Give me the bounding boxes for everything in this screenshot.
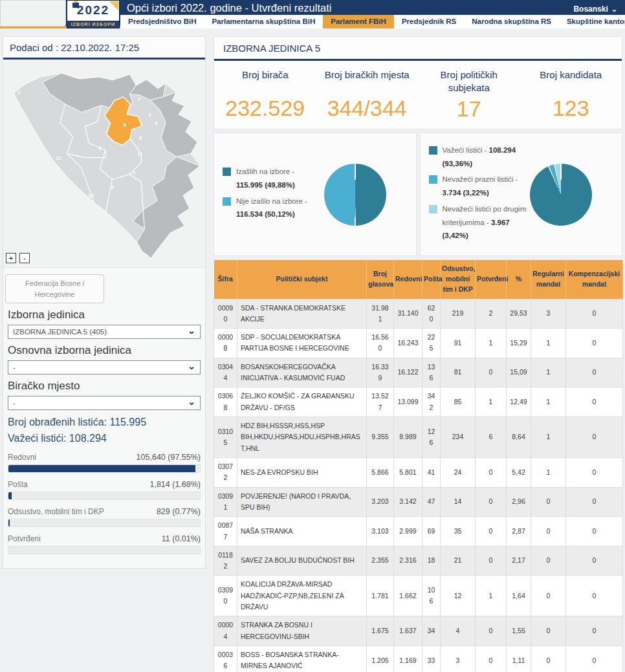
tab-narodna-skupstina-rs[interactable]: Narodna skupština RS bbox=[464, 15, 559, 28]
results-table: ŠifraPolitički subjektBroj glasovaRedovn… bbox=[214, 260, 623, 672]
cell-value: 2,96 bbox=[507, 487, 531, 517]
cell-value: 3 bbox=[531, 299, 566, 329]
language-selector[interactable]: Bosanski⌄ bbox=[573, 5, 617, 14]
select-osnovna-izborna-jedinica[interactable]: -⌄ bbox=[8, 360, 201, 374]
cell-code: 00036 bbox=[214, 646, 237, 672]
map-zoom-controls: +- bbox=[6, 252, 33, 263]
legend-label: Nevažeći prazni listići - 3.734 (3,22%) bbox=[443, 173, 529, 199]
cell-value: 1.637 bbox=[394, 616, 422, 646]
cell-value: 0 bbox=[531, 487, 566, 517]
cell-value: 1.781 bbox=[367, 576, 394, 616]
map-zoom-out-button[interactable]: - bbox=[19, 253, 30, 263]
ballot-bar-track bbox=[8, 492, 201, 500]
federation-region-button[interactable]: Federacija Bosne i Hercegovine bbox=[5, 274, 104, 303]
legend-swatch bbox=[223, 168, 231, 176]
cell-party-name: BOSS - BOSANSKA STRANKA-MIRNES AJANOVIĆ bbox=[237, 646, 367, 672]
cell-value: 0 bbox=[566, 358, 623, 387]
cell-value: 225 bbox=[422, 329, 441, 358]
cell-value: 1 bbox=[531, 417, 566, 458]
stats-row: Broj birača232.529Broj biračkih mjesta34… bbox=[214, 61, 622, 122]
cell-value: 2,87 bbox=[507, 517, 531, 547]
cell-value: 13.527 bbox=[367, 387, 394, 417]
cell-value: 219 bbox=[441, 299, 476, 329]
legend-item: Izašlih na izbore - 115.995 (49,88%) bbox=[223, 165, 323, 191]
cell-value: 1,55 bbox=[507, 616, 531, 646]
cell-value: 81 bbox=[441, 358, 476, 387]
select-biracko-mjesto[interactable]: -⌄ bbox=[8, 396, 201, 410]
cell-value: 0 bbox=[476, 646, 507, 672]
cell-value: 234 bbox=[441, 417, 476, 458]
cell-value: 1 bbox=[531, 457, 566, 487]
cell-value: 6 bbox=[476, 417, 507, 458]
cell-value: 8.989 bbox=[394, 417, 422, 458]
cell-value: 18 bbox=[422, 546, 441, 576]
cell-value: 2.999 bbox=[394, 517, 422, 547]
map-unit-label-5: 5 bbox=[123, 122, 126, 128]
cell-code: 00004 bbox=[214, 616, 237, 646]
stat-block: Broj kandidata123 bbox=[520, 69, 622, 122]
cell-value: 0 bbox=[566, 576, 623, 616]
cell-value: 0 bbox=[476, 546, 507, 576]
legend-value: 108.294 (93,36%) bbox=[443, 146, 516, 168]
cell-value: 35 bbox=[441, 517, 476, 547]
cell-value: 0 bbox=[531, 576, 566, 616]
select-izborna-jedinica[interactable]: IZBORNA JEDINICA 5 (405)⌄ bbox=[8, 325, 201, 339]
cell-value: 3.103 bbox=[367, 517, 394, 547]
page-title: Opći izbori 2022. godine - Utvrđeni rezu… bbox=[127, 2, 331, 14]
cell-value: 1 bbox=[531, 358, 566, 387]
cell-value: 0 bbox=[566, 616, 623, 646]
cell-value: 126 bbox=[422, 417, 441, 458]
tab-parlamentarna-skupstina-bih[interactable]: Parlamentarna skupština BiH bbox=[204, 15, 323, 28]
map-unit-label-12: 12 bbox=[56, 155, 61, 161]
legend-value: 3.734 (3,22%) bbox=[443, 189, 489, 197]
select-value-izborna-jedinica: IZBORNA JEDINICA 5 (405) bbox=[13, 328, 107, 336]
cell-value: 0 bbox=[566, 387, 623, 417]
legend-item: Nije izašlo na izbore - 116.534 (50,12%) bbox=[223, 195, 323, 221]
cell-value: 0 bbox=[476, 616, 507, 646]
legend-value: 116.534 (50,12%) bbox=[236, 210, 295, 218]
stat-value: 344/344 bbox=[316, 96, 419, 121]
summary-line-1: Broj obrađenih listića: 115.995 bbox=[8, 417, 201, 428]
ballot-bar-value: 105,640 (97.55%) bbox=[137, 453, 201, 462]
cell-value: 3.203 bbox=[367, 487, 394, 517]
cell-value: 2.355 bbox=[367, 546, 394, 576]
map-zoom-in-button[interactable]: + bbox=[6, 253, 16, 263]
cell-value: 0 bbox=[566, 329, 623, 358]
cell-value: 1 bbox=[476, 576, 507, 616]
legend-label: Nevažeći listići po drugim kriterijumima… bbox=[443, 202, 529, 243]
ballot-bar-track bbox=[8, 519, 201, 527]
ballot-bar-row: Potvrđeni11 (0.01%) bbox=[8, 534, 201, 554]
map-unit-label-8: 8 bbox=[98, 146, 102, 151]
table-row: 00877NAŠA STRANKA3.1032.999693502,8700 bbox=[214, 517, 623, 547]
map-unit-label-4: 4 bbox=[155, 120, 158, 126]
legend-value: 115.995 (49,88%) bbox=[236, 181, 295, 189]
map-container[interactable]: 123456811127910 +- bbox=[3, 60, 205, 268]
filter-label-osnovna-izborna-jedinica: Osnovna izborna jedinica bbox=[8, 344, 201, 357]
legend-item: Nevažeći prazni listići - 3.734 (3,22%) bbox=[429, 173, 529, 199]
cell-value: 106 bbox=[422, 576, 441, 616]
cell-code: 00090 bbox=[214, 299, 237, 329]
table-header-col-4: Redovni bbox=[394, 260, 422, 299]
cell-value: 69 bbox=[422, 517, 441, 547]
cell-code: 03072 bbox=[214, 457, 237, 487]
pie-chart-2 bbox=[530, 164, 592, 226]
cell-code: 00877 bbox=[214, 517, 237, 547]
stat-label: Broj birača bbox=[220, 69, 311, 94]
cell-value: 34 bbox=[422, 616, 441, 646]
ballot-breakdown-bars: Redovni105,640 (97.55%)Pošta1,814 (1.68%… bbox=[3, 449, 205, 554]
cell-value: 85 bbox=[441, 387, 476, 417]
tab-predsjednik-rs[interactable]: Predsjednik RS bbox=[394, 15, 464, 28]
cell-value: 3 bbox=[441, 646, 476, 672]
cell-value: 2.316 bbox=[394, 546, 422, 576]
tab-predsjednistvo-bih[interactable]: Predsjedništvo BiH bbox=[120, 15, 204, 28]
cell-value: 3.142 bbox=[394, 487, 422, 517]
stat-value: 232.529 bbox=[214, 96, 316, 121]
table-row: 03090KOALICIJA DRŽAVA-MIRSAD HADŽIKADIĆ-… bbox=[214, 576, 623, 616]
select-value-biracko-mjesto: - bbox=[13, 399, 16, 407]
table-header-col-3: Broj glasova bbox=[367, 260, 394, 299]
tab-parlament-fbih[interactable]: Parlament FBiH bbox=[323, 15, 394, 28]
table-row: 03068ŽELJKO KOMŠIĆ - ZA GRAĐANSKU DRŽAVU… bbox=[214, 387, 623, 417]
legend-label: Nije izašlo na izbore - 116.534 (50,12%) bbox=[236, 195, 323, 221]
cell-value: 0 bbox=[566, 517, 623, 547]
tab-skupstine-kantona-u-fbih[interactable]: Skupštine kantona u FBiH bbox=[559, 15, 625, 28]
